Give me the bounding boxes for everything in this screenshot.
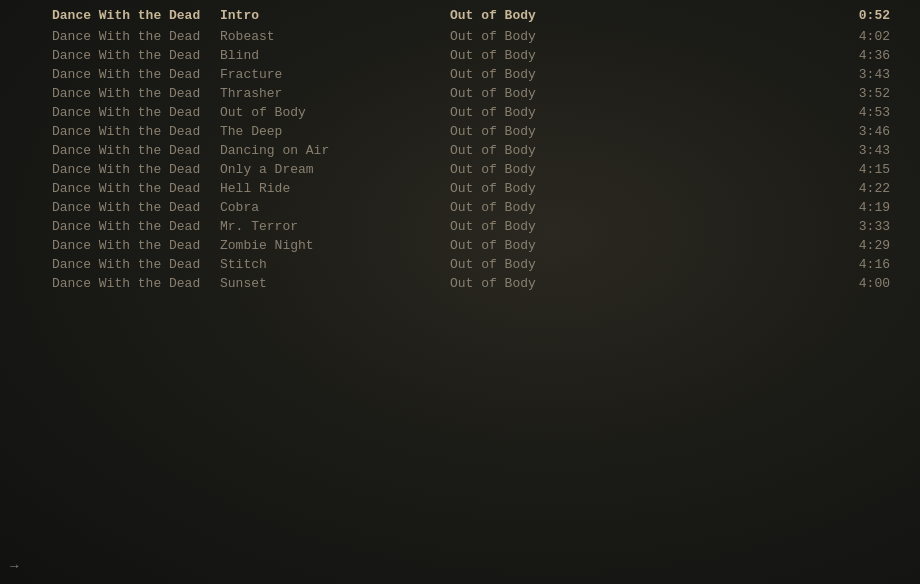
track-title: Sunset — [210, 276, 440, 291]
track-album: Out of Body — [440, 105, 720, 120]
table-header: Dance With the Dead Intro Out of Body 0:… — [0, 6, 920, 25]
track-title: Cobra — [210, 200, 440, 215]
track-album: Out of Body — [440, 200, 720, 215]
track-artist: Dance With the Dead — [0, 219, 210, 234]
track-duration: 4:29 — [720, 238, 920, 253]
track-album: Out of Body — [440, 86, 720, 101]
table-row[interactable]: Dance With the DeadDancing on AirOut of … — [0, 141, 920, 160]
track-title: Thrasher — [210, 86, 440, 101]
table-row[interactable]: Dance With the DeadHell RideOut of Body4… — [0, 179, 920, 198]
track-title: Hell Ride — [210, 181, 440, 196]
track-title: Robeast — [210, 29, 440, 44]
track-title: Stitch — [210, 257, 440, 272]
track-duration: 4:00 — [720, 276, 920, 291]
track-title: Blind — [210, 48, 440, 63]
track-duration: 4:36 — [720, 48, 920, 63]
track-duration: 3:33 — [720, 219, 920, 234]
track-album: Out of Body — [440, 181, 720, 196]
track-title: Zombie Night — [210, 238, 440, 253]
track-artist: Dance With the Dead — [0, 124, 210, 139]
header-artist: Dance With the Dead — [0, 8, 210, 23]
track-album: Out of Body — [440, 29, 720, 44]
table-row[interactable]: Dance With the DeadThe DeepOut of Body3:… — [0, 122, 920, 141]
track-artist: Dance With the Dead — [0, 162, 210, 177]
track-album: Out of Body — [440, 219, 720, 234]
track-artist: Dance With the Dead — [0, 276, 210, 291]
tracks-container: Dance With the DeadRobeastOut of Body4:0… — [0, 27, 920, 293]
table-row[interactable]: Dance With the DeadZombie NightOut of Bo… — [0, 236, 920, 255]
track-duration: 4:15 — [720, 162, 920, 177]
track-title: Out of Body — [210, 105, 440, 120]
track-artist: Dance With the Dead — [0, 48, 210, 63]
table-row[interactable]: Dance With the DeadFractureOut of Body3:… — [0, 65, 920, 84]
track-title: Dancing on Air — [210, 143, 440, 158]
track-title: Mr. Terror — [210, 219, 440, 234]
track-title: The Deep — [210, 124, 440, 139]
track-list: Dance With the Dead Intro Out of Body 0:… — [0, 0, 920, 299]
track-title: Fracture — [210, 67, 440, 82]
header-duration: 0:52 — [720, 8, 920, 23]
track-duration: 3:43 — [720, 143, 920, 158]
track-album: Out of Body — [440, 48, 720, 63]
header-title: Intro — [210, 8, 440, 23]
track-duration: 4:19 — [720, 200, 920, 215]
track-duration: 3:46 — [720, 124, 920, 139]
track-album: Out of Body — [440, 162, 720, 177]
table-row[interactable]: Dance With the DeadRobeastOut of Body4:0… — [0, 27, 920, 46]
track-duration: 4:22 — [720, 181, 920, 196]
track-album: Out of Body — [440, 257, 720, 272]
track-artist: Dance With the Dead — [0, 200, 210, 215]
header-album: Out of Body — [440, 8, 720, 23]
track-artist: Dance With the Dead — [0, 238, 210, 253]
track-album: Out of Body — [440, 67, 720, 82]
track-artist: Dance With the Dead — [0, 105, 210, 120]
track-duration: 3:43 — [720, 67, 920, 82]
table-row[interactable]: Dance With the DeadCobraOut of Body4:19 — [0, 198, 920, 217]
track-title: Only a Dream — [210, 162, 440, 177]
track-album: Out of Body — [440, 143, 720, 158]
track-duration: 4:53 — [720, 105, 920, 120]
track-duration: 3:52 — [720, 86, 920, 101]
track-artist: Dance With the Dead — [0, 143, 210, 158]
table-row[interactable]: Dance With the DeadThrasherOut of Body3:… — [0, 84, 920, 103]
table-row[interactable]: Dance With the DeadBlindOut of Body4:36 — [0, 46, 920, 65]
track-album: Out of Body — [440, 124, 720, 139]
table-row[interactable]: Dance With the DeadOnly a DreamOut of Bo… — [0, 160, 920, 179]
track-duration: 4:16 — [720, 257, 920, 272]
table-row[interactable]: Dance With the DeadOut of BodyOut of Bod… — [0, 103, 920, 122]
table-row[interactable]: Dance With the DeadSunsetOut of Body4:00 — [0, 274, 920, 293]
track-album: Out of Body — [440, 276, 720, 291]
track-duration: 4:02 — [720, 29, 920, 44]
track-artist: Dance With the Dead — [0, 67, 210, 82]
track-artist: Dance With the Dead — [0, 181, 210, 196]
track-artist: Dance With the Dead — [0, 29, 210, 44]
track-artist: Dance With the Dead — [0, 86, 210, 101]
arrow-indicator: → — [10, 558, 18, 574]
track-album: Out of Body — [440, 238, 720, 253]
table-row[interactable]: Dance With the DeadMr. TerrorOut of Body… — [0, 217, 920, 236]
track-artist: Dance With the Dead — [0, 257, 210, 272]
table-row[interactable]: Dance With the DeadStitchOut of Body4:16 — [0, 255, 920, 274]
